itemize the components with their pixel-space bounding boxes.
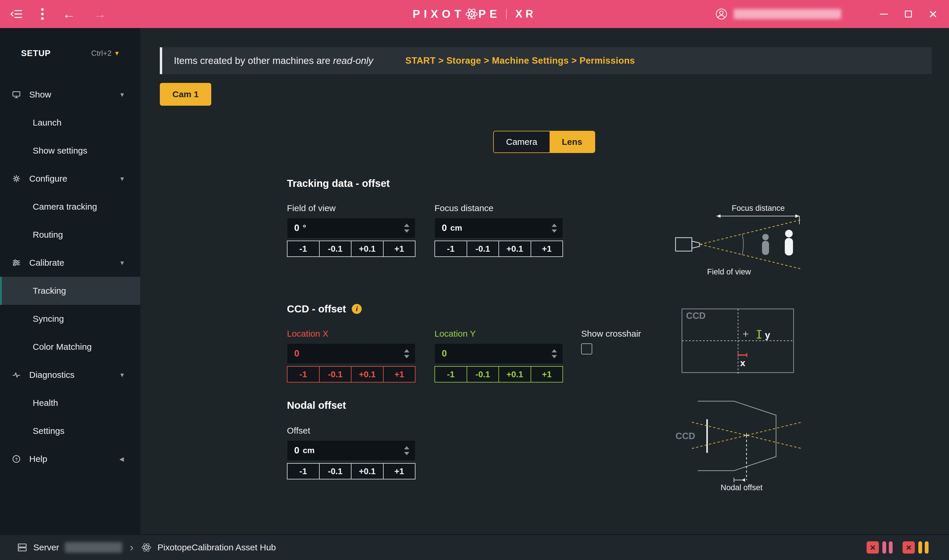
show-crosshair-checkbox[interactable] <box>581 343 592 354</box>
fov-diagram: Focus distance Field of view <box>672 203 806 279</box>
sidebar-item-camera-tracking[interactable]: Camera tracking <box>0 193 140 221</box>
sidebar-item-color-matching[interactable]: Color Matching <box>0 333 140 361</box>
server-label: Server <box>33 543 59 552</box>
svg-text:Focus distance: Focus distance <box>731 204 785 212</box>
stepper[interactable] <box>552 349 557 358</box>
minimize-button[interactable] <box>880 14 888 15</box>
setup-shortcut: Ctrl+2 ▾ <box>91 49 119 58</box>
sidebar-item-launch[interactable]: Launch <box>0 109 140 137</box>
focus-distance-field: Focus distance 0 cm -1 -0.1 +0.1 +1 <box>435 203 563 257</box>
sliders-icon <box>12 258 22 268</box>
ccd-diagram: CCD y x <box>681 308 795 375</box>
step-minus-1-button[interactable]: -1 <box>287 241 319 257</box>
nodal-offset-title: Nodal offset <box>287 399 346 411</box>
svg-text:x: x <box>740 358 745 368</box>
focus-distance-input[interactable]: 0 cm <box>435 218 563 238</box>
svg-text:Nodal offset: Nodal offset <box>721 483 762 492</box>
step-plus-1-button[interactable]: +1 <box>531 241 563 257</box>
location-x-input[interactable]: 0 <box>287 343 415 364</box>
sidebar-item-health[interactable]: Health <box>0 389 140 417</box>
location-y-input[interactable]: 0 <box>435 343 563 364</box>
step-plus-1-button[interactable]: +1 <box>383 241 416 257</box>
step-plus-0-1-button[interactable]: +0.1 <box>498 241 531 257</box>
kebab-menu-icon[interactable] <box>40 8 45 20</box>
step-minus-0-1-button[interactable]: -0.1 <box>319 463 352 479</box>
nodal-offset-diagram: CCD Nodal offset <box>671 393 806 492</box>
help-icon: ? <box>12 454 22 464</box>
svg-text:CCD: CCD <box>686 311 706 321</box>
stepper[interactable] <box>404 349 409 358</box>
step-plus-0-1-button[interactable]: +0.1 <box>498 366 531 383</box>
server-name-redacted <box>65 542 122 553</box>
asset-hub-label[interactable]: PixotopeCalibration Asset Hub <box>157 543 276 552</box>
stop-status-icon[interactable]: × <box>903 541 915 554</box>
stepper[interactable] <box>404 224 409 233</box>
setup-selector[interactable]: SETUP Ctrl+2 ▾ <box>0 38 140 68</box>
toggle-camera[interactable]: Camera <box>494 131 549 152</box>
svg-text:?: ? <box>15 457 18 462</box>
sidebar-section-calibrate[interactable]: Calibrate ▾ <box>0 249 140 277</box>
pixotope-window: ← → PIXOT PE XR <box>0 0 949 560</box>
close-button[interactable]: × <box>929 7 937 21</box>
step-plus-1-button[interactable]: +1 <box>383 463 416 479</box>
svg-text:y: y <box>765 330 770 340</box>
title-bar: ← → PIXOT PE XR <box>0 0 949 28</box>
step-plus-0-1-button[interactable]: +0.1 <box>351 366 384 383</box>
stepper[interactable] <box>552 224 557 233</box>
field-of-view-label: Field of view <box>287 203 415 214</box>
collapse-sidebar-icon[interactable] <box>11 9 22 19</box>
gear-icon <box>12 174 22 183</box>
focus-distance-label: Focus distance <box>435 203 563 214</box>
step-minus-0-1-button[interactable]: -0.1 <box>467 366 499 383</box>
sidebar-section-configure[interactable]: Configure ▾ <box>0 165 140 193</box>
chevron-down-icon: ▾ <box>120 91 124 99</box>
field-of-view-input[interactable]: 0 ° <box>287 218 415 238</box>
back-icon[interactable]: ← <box>63 8 76 20</box>
show-icon <box>12 90 22 99</box>
sidebar-item-show-settings[interactable]: Show settings <box>0 137 140 165</box>
sidebar-item-routing[interactable]: Routing <box>0 221 140 249</box>
product-label: XR <box>515 8 537 20</box>
sidebar-section-show[interactable]: Show ▾ <box>0 81 140 109</box>
toggle-lens[interactable]: Lens <box>549 131 594 152</box>
forward-icon[interactable]: → <box>94 8 106 20</box>
info-icon[interactable]: i <box>352 304 362 314</box>
location-y-field: Location Y 0 -1 -0.1 +0.1 +1 <box>435 329 563 383</box>
stepper[interactable] <box>404 446 409 455</box>
step-minus-1-button[interactable]: -1 <box>435 366 467 383</box>
server-icon <box>17 542 28 553</box>
status-bar: Server › PixotopeCalibration Asset Hub ×… <box>0 534 949 560</box>
maximize-button[interactable] <box>905 11 912 17</box>
field-of-view-field: Field of view 0 ° -1 -0.1 +0.1 +1 <box>287 203 415 257</box>
pulse-icon <box>12 370 22 380</box>
breadcrumb[interactable]: START > Storage > Machine Settings > Per… <box>405 55 635 66</box>
show-crosshair-control: Show crosshair <box>581 329 641 354</box>
step-plus-1-button[interactable]: +1 <box>531 366 563 383</box>
tracking-offset-title: Tracking data - offset <box>287 177 390 189</box>
cam-1-tab[interactable]: Cam 1 <box>160 83 211 106</box>
step-plus-0-1-button[interactable]: +0.1 <box>351 463 384 479</box>
step-minus-0-1-button[interactable]: -0.1 <box>467 241 499 257</box>
stop-status-icon[interactable]: × <box>867 541 879 554</box>
step-minus-1-button[interactable]: -1 <box>287 463 319 479</box>
atom-icon <box>465 7 478 21</box>
pause-bars-yellow-icon[interactable] <box>918 541 929 554</box>
sidebar-section-diagnostics[interactable]: Diagnostics ▾ <box>0 361 140 389</box>
step-minus-0-1-button[interactable]: -0.1 <box>319 366 352 383</box>
step-minus-0-1-button[interactable]: -0.1 <box>319 241 352 257</box>
chevron-down-icon: ▾ <box>115 49 119 57</box>
sidebar-item-tracking[interactable]: Tracking <box>0 277 140 305</box>
location-x-label: Location X <box>287 329 415 340</box>
sidebar-item-syncing[interactable]: Syncing <box>0 305 140 333</box>
banner-message: Items created by other machines are read… <box>174 55 373 66</box>
pause-bars-pink-icon[interactable] <box>883 541 893 554</box>
chevron-right-icon: › <box>130 542 134 553</box>
step-minus-1-button[interactable]: -1 <box>287 366 319 383</box>
sidebar-section-help[interactable]: ? Help ◀ <box>0 445 140 473</box>
user-account-icon[interactable] <box>716 8 727 20</box>
sidebar-item-settings[interactable]: Settings <box>0 417 140 445</box>
offset-input[interactable]: 0 cm <box>287 440 415 461</box>
step-plus-0-1-button[interactable]: +0.1 <box>351 241 384 257</box>
step-plus-1-button[interactable]: +1 <box>383 366 416 383</box>
step-minus-1-button[interactable]: -1 <box>435 241 467 257</box>
